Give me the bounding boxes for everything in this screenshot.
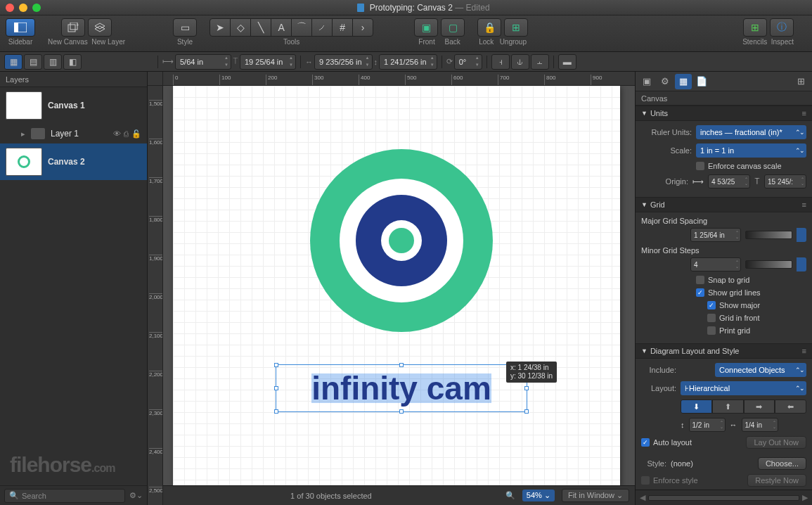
units-section-header[interactable]: ▼Units≡ <box>636 106 812 121</box>
y-field[interactable]: 19 25/64 in▲▼ <box>240 54 296 70</box>
menu-icon[interactable]: ≡ <box>802 347 806 355</box>
v-spacing-field[interactable]: 1/2 in <box>689 418 726 432</box>
scroll-handle[interactable] <box>648 495 799 501</box>
auto-layout-checkbox[interactable]: ✓Auto layout <box>641 438 692 447</box>
search-input[interactable]: 🔍 Search <box>4 489 125 503</box>
h-spacing-field[interactable]: 1/4 in <box>742 418 778 432</box>
back-button[interactable]: ▢ <box>441 18 465 37</box>
lock-button[interactable]: 🔒 <box>477 18 501 37</box>
canvas-row[interactable]: Canvas 1 <box>0 87 147 124</box>
logo-group[interactable] <box>310 149 493 332</box>
canvas-page[interactable]: infinity cam x: 1 24/38 in y: 30 12/38 i… <box>173 86 620 485</box>
fit-window-button[interactable]: Fit in Window ⌄ <box>562 489 629 502</box>
resize-handle[interactable] <box>274 409 278 414</box>
dir-down[interactable]: ⬇ <box>681 399 712 414</box>
resize-handle[interactable] <box>399 409 404 414</box>
point-tool[interactable]: ⟋ <box>311 18 333 37</box>
shape-tool[interactable]: ◇ <box>230 18 251 37</box>
tab-document[interactable]: 📄 <box>693 74 710 89</box>
close-icon[interactable] <box>6 4 14 12</box>
new-canvas-button[interactable]: + <box>61 18 85 37</box>
dir-up[interactable]: ⬆ <box>712 399 744 414</box>
direction-segment[interactable]: ⬇⬆➡⬅ <box>681 399 806 414</box>
layer-row[interactable]: ▸ Layer 1 👁 ⎙ 🔓 <box>0 124 147 143</box>
major-slider[interactable] <box>745 231 792 239</box>
visibility-icon[interactable]: 👁 <box>113 129 121 139</box>
scale-select[interactable]: 1 in = 1 in <box>696 143 806 158</box>
ungroup-button[interactable]: ⊞ <box>504 18 528 37</box>
dir-right[interactable]: ➡ <box>744 399 775 414</box>
disclosure-icon[interactable]: ▸ <box>21 129 25 139</box>
ruler-units-select[interactable]: inches — fractional (in)* <box>696 125 806 139</box>
tab-properties[interactable]: ⚙ <box>657 74 674 89</box>
tab-canvas[interactable]: ▦ <box>675 74 692 89</box>
x-field[interactable]: 5/64 in▲▼ <box>175 54 231 70</box>
tab-grid-icon[interactable]: ⊞ <box>792 74 809 89</box>
resize-handle[interactable] <box>524 386 529 390</box>
zoom-level[interactable]: 54% ⌄ <box>522 490 555 501</box>
print-grid-checkbox[interactable]: Print grid <box>707 326 750 335</box>
menu-icon[interactable]: ≡ <box>802 200 806 209</box>
grid-section-header[interactable]: ▼Grid≡ <box>636 197 812 212</box>
minimize-icon[interactable] <box>19 4 27 12</box>
include-select[interactable]: Connected Objects <box>715 363 806 377</box>
align-right[interactable]: ⫠ <box>531 54 549 70</box>
inspect-button[interactable]: ⓘ <box>770 18 794 37</box>
color-swatch[interactable] <box>797 257 806 271</box>
layout-section-header[interactable]: ▼Diagram Layout and Style≡ <box>636 343 812 359</box>
lock-icon[interactable]: 🔓 <box>131 129 141 139</box>
minor-slider[interactable] <box>745 260 792 269</box>
choose-style-button[interactable]: Choose... <box>758 457 806 470</box>
maximize-icon[interactable] <box>32 4 41 12</box>
resize-handle[interactable] <box>274 386 278 390</box>
chevron-left-icon[interactable]: ◀ <box>640 493 645 502</box>
distribute[interactable]: ▬ <box>558 54 576 70</box>
snap-checkbox[interactable]: Snap to grid <box>696 276 749 284</box>
resize-handle[interactable] <box>399 363 404 367</box>
sidebar-toggle-button[interactable] <box>6 18 35 37</box>
text-tool[interactable]: A <box>271 18 292 37</box>
pen-tool[interactable]: ⌒ <box>291 18 312 37</box>
grid-front-checkbox[interactable]: Grid in front <box>707 314 759 322</box>
tab-object[interactable]: ▣ <box>638 74 655 89</box>
resize-handle[interactable] <box>274 363 278 367</box>
w-field[interactable]: 9 235/256 in▲▼ <box>314 54 373 70</box>
zoom-out-icon[interactable]: 🔍 <box>505 491 515 500</box>
enforce-style-checkbox[interactable]: Enforce style <box>641 476 698 485</box>
view-mode-4[interactable]: ◧ <box>63 54 82 70</box>
origin-y-field[interactable]: 15 245/: <box>764 174 806 188</box>
menu-icon[interactable]: ≡ <box>802 109 806 117</box>
show-lines-checkbox[interactable]: ✓Show grid lines <box>696 288 761 297</box>
layout-now-button[interactable]: Lay Out Now <box>746 436 806 449</box>
grid-tool[interactable]: # <box>332 18 353 37</box>
canvas-row[interactable]: Canvas 2 <box>0 143 147 180</box>
stencils-button[interactable]: ⊞ <box>743 18 767 37</box>
view-mode-3[interactable]: ▥ <box>44 54 62 70</box>
minor-steps-field[interactable]: 4 <box>690 257 741 271</box>
inner-circle[interactable] <box>389 228 414 253</box>
gear-icon[interactable]: ⚙⌄ <box>129 491 143 500</box>
canvas-viewport[interactable]: infinity cam x: 1 24/38 in y: 30 12/38 i… <box>163 86 635 485</box>
show-major-checkbox[interactable]: ✓Show major <box>707 301 760 309</box>
dir-left[interactable]: ⬅ <box>775 399 806 414</box>
origin-x-field[interactable]: 4 53/25 <box>708 174 750 188</box>
major-spacing-field[interactable]: 1 25/64 in <box>690 228 741 242</box>
style-button[interactable]: ▭ <box>173 18 197 37</box>
front-button[interactable]: ▣ <box>414 18 438 37</box>
resize-handle[interactable] <box>524 409 529 414</box>
rotation-field[interactable]: 0°▲▼ <box>454 54 482 70</box>
hand-tool[interactable]: › <box>352 18 373 37</box>
restyle-button[interactable]: Restyle Now <box>747 474 806 487</box>
align-left[interactable]: ⫞ <box>491 54 510 70</box>
view-mode-2[interactable]: ▤ <box>24 54 42 70</box>
view-mode-1[interactable]: ▦ <box>4 54 22 70</box>
layout-select[interactable]: ⊦ Hierarchical <box>681 381 806 395</box>
enforce-scale-checkbox[interactable]: Enforce canvas scale <box>696 162 782 170</box>
h-field[interactable]: 1 241/256 in▲▼ <box>379 54 437 70</box>
print-icon[interactable]: ⎙ <box>124 129 129 139</box>
chevron-right-icon[interactable]: ▶ <box>802 493 808 502</box>
line-tool[interactable]: ╲ <box>250 18 271 37</box>
color-swatch[interactable] <box>797 228 806 242</box>
align-center-h[interactable]: ⫝ <box>511 54 529 70</box>
new-layer-button[interactable] <box>88 18 112 37</box>
